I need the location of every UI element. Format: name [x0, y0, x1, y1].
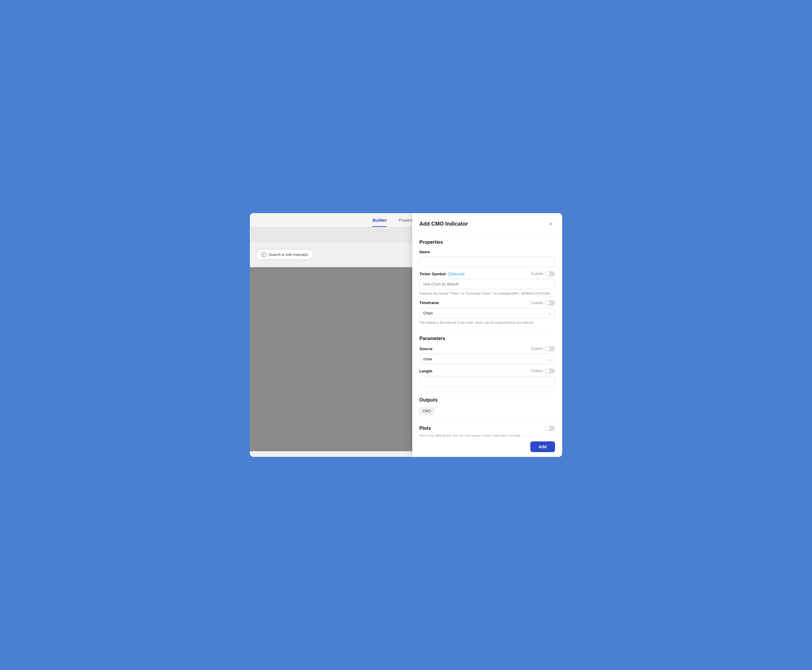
ticker-hint: Supports the format "Ticker" or "Exchang…	[419, 291, 555, 296]
ticker-input[interactable]	[419, 279, 555, 289]
name-label: Name	[419, 250, 430, 254]
timeframe-custom-toggle[interactable]	[545, 300, 555, 306]
timeframe-label-row: Timeframe Custom	[419, 300, 555, 306]
timeframe-field-row: Timeframe Custom Chart 1 minute 5 minute…	[419, 300, 555, 325]
output-badge-cmo: CMO	[419, 408, 434, 415]
search-add-label: Search & Add Indicator	[269, 252, 308, 257]
search-add-indicator-button[interactable]: + Search & Add Indicator	[256, 249, 313, 260]
ticker-field-row: Ticker Symbol(Optional) Custom Supports …	[419, 271, 555, 296]
ticker-custom-label: Custom	[531, 272, 543, 276]
length-input[interactable]: 9	[419, 376, 555, 386]
length-custom-label: Custom	[531, 369, 543, 373]
outputs-field-row: CMO	[419, 408, 555, 415]
plots-header-row: Plots	[419, 426, 555, 431]
divider-3	[419, 420, 555, 420]
timeframe-select[interactable]: Chart 1 minute 5 minutes 15 minutes 1 ho…	[419, 308, 555, 318]
parameters-section-title: Parameters	[419, 336, 555, 341]
modal-body: Properties Name CMO Ticker Symbol(Option…	[412, 233, 562, 437]
source-field-row: Source Custom close open high low hl2	[419, 346, 555, 364]
timeframe-label: Timeframe	[419, 301, 439, 305]
timeframe-custom-row: Custom	[531, 300, 555, 306]
length-field-row: Length Custom 9	[419, 368, 555, 386]
ticker-custom-toggle[interactable]	[545, 271, 555, 276]
app-card: Builder Properties Code + + Search & Add…	[250, 213, 562, 457]
source-label: Source	[419, 347, 432, 351]
name-label-row: Name	[419, 250, 555, 254]
outputs-section-title: Outputs	[419, 398, 555, 403]
circle-plus-icon: +	[261, 252, 266, 257]
timeframe-custom-label: Custom	[531, 301, 543, 305]
tab-builder[interactable]: Builder	[372, 218, 387, 227]
properties-section-title: Properties	[419, 240, 555, 245]
length-label-row: Length Custom	[419, 368, 555, 374]
source-custom-label: Custom	[531, 347, 543, 351]
ticker-label: Ticker Symbol(Optional)	[419, 272, 464, 276]
length-label: Length	[419, 369, 432, 373]
ticker-label-row: Ticker Symbol(Optional) Custom	[419, 271, 555, 276]
source-custom-toggle[interactable]	[545, 346, 555, 351]
plots-section-title: Plots	[419, 426, 431, 431]
modal-header: Add CMO Indicator ×	[412, 213, 562, 233]
source-select[interactable]: close open high low hl2 hlc3 ohlc4	[419, 354, 555, 364]
add-button[interactable]: Add	[530, 442, 555, 452]
plots-toggle[interactable]	[545, 426, 555, 431]
modal-panel: Add CMO Indicator × Properties Name CMO	[412, 213, 562, 457]
source-custom-row: Custom	[531, 346, 555, 351]
close-button[interactable]: ×	[547, 220, 555, 228]
length-custom-toggle[interactable]	[545, 368, 555, 374]
source-select-wrapper: close open high low hl2 hlc3 ohlc4	[419, 354, 555, 364]
source-label-row: Source Custom	[419, 346, 555, 351]
outer-wrapper: Builder Properties Code + + Search & Add…	[250, 213, 562, 457]
name-input[interactable]: CMO	[419, 257, 555, 267]
timeframe-hint: The default is the interval of the chart…	[419, 320, 555, 325]
ticker-custom-row: Custom	[531, 271, 555, 276]
divider-2	[419, 392, 555, 392]
modal-footer: Add	[412, 437, 562, 457]
name-field-row: Name CMO	[419, 250, 555, 267]
ticker-optional-tag: (Optional)	[448, 272, 464, 276]
plots-hint: This is the default plot, but you can cr…	[419, 433, 555, 437]
modal-title: Add CMO Indicator	[419, 221, 468, 227]
length-custom-row: Custom	[531, 368, 555, 374]
timeframe-select-wrapper: Chart 1 minute 5 minutes 15 minutes 1 ho…	[419, 308, 555, 318]
